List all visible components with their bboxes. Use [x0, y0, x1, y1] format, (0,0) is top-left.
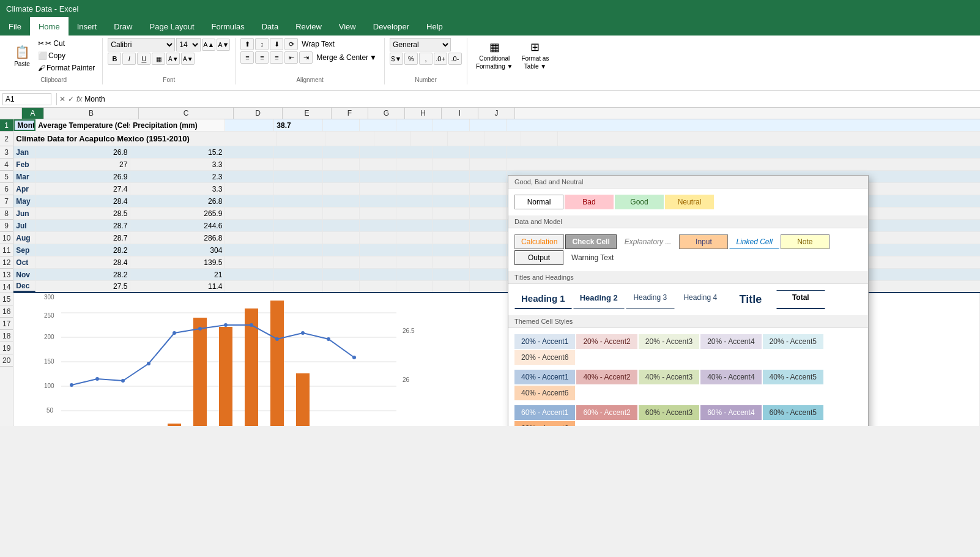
tab-draw[interactable]: Draw — [105, 17, 141, 36]
cell-c8[interactable]: 265.9 — [130, 207, 225, 219]
cell-e13[interactable] — [274, 269, 323, 280]
accent2-60-style[interactable]: 60% - Accent2 — [576, 405, 637, 420]
cell-a10[interactable]: Aug — [13, 232, 35, 244]
cell-h3[interactable] — [396, 146, 433, 158]
number-format-select[interactable]: General — [390, 38, 451, 51]
cell-b6[interactable]: 27.4 — [35, 183, 130, 195]
increase-font-button[interactable]: A▲ — [202, 39, 215, 51]
cell-f9[interactable] — [323, 220, 360, 231]
conditional-formatting-button[interactable]: ▦ Conditional Formatting ▼ — [472, 38, 516, 72]
cell-e1[interactable]: 38.7 — [274, 119, 323, 131]
cell-d3[interactable] — [225, 146, 274, 158]
cell-c14[interactable]: 11.4 — [130, 281, 225, 292]
cell-g6[interactable] — [360, 183, 396, 195]
cell-a4[interactable]: Feb — [13, 159, 35, 170]
cell-i1[interactable] — [433, 119, 470, 131]
col-header-g[interactable]: G — [368, 108, 405, 119]
cell-h8[interactable] — [396, 207, 433, 219]
cell-d5[interactable] — [225, 171, 274, 182]
accent1-20-style[interactable]: 20% - Accent1 — [514, 334, 575, 349]
cell-h10[interactable] — [396, 232, 433, 244]
cell-f7[interactable] — [323, 195, 360, 207]
cell-b1[interactable]: Average Temperature (Celsius) — [35, 119, 130, 131]
explanatory-style[interactable]: Explanatory ... — [618, 234, 678, 249]
cell-d9[interactable] — [225, 220, 274, 231]
accent3-60-style[interactable]: 60% - Accent3 — [639, 405, 699, 420]
cancel-formula-icon[interactable]: ✕ — [59, 95, 65, 103]
cell-g9[interactable] — [360, 220, 396, 231]
cell-h1[interactable] — [396, 119, 433, 131]
cell-e2[interactable] — [325, 132, 374, 146]
cell-j6[interactable] — [470, 183, 507, 195]
heading1-style[interactable]: Heading 1 — [514, 290, 572, 309]
cell-g11[interactable] — [360, 244, 396, 256]
insert-function-icon[interactable]: fx — [76, 95, 82, 103]
cell-e5[interactable] — [274, 171, 323, 182]
cell-c3[interactable]: 15.2 — [130, 146, 225, 158]
row-header-9[interactable]: 9 — [0, 220, 13, 232]
linked-cell-style[interactable]: Linked Cell — [729, 234, 779, 249]
comma-button[interactable]: , — [419, 53, 432, 65]
cell-i9[interactable] — [433, 220, 470, 231]
cell-d7[interactable] — [225, 195, 274, 207]
cell-d6[interactable] — [225, 183, 274, 195]
copy-button[interactable]: ⬜ Copy — [35, 50, 97, 61]
cell-d13[interactable] — [225, 269, 274, 280]
accent2-20-style[interactable]: 20% - Accent2 — [576, 334, 637, 349]
row-header-10[interactable]: 10 — [0, 232, 13, 244]
cell-g10[interactable] — [360, 232, 396, 244]
cell-a3[interactable]: Jan — [13, 146, 35, 158]
col-header-i[interactable]: I — [442, 108, 478, 119]
cell-d10[interactable] — [225, 232, 274, 244]
cell-j5[interactable] — [470, 171, 507, 182]
row-header-11[interactable]: 11 — [0, 244, 13, 256]
heading3-style[interactable]: Heading 3 — [626, 290, 675, 309]
row-header-14[interactable]: 14 — [0, 281, 13, 293]
accent4-20-style[interactable]: 20% - Accent4 — [700, 334, 761, 349]
tab-file[interactable]: File — [0, 17, 30, 36]
cell-i13[interactable] — [433, 269, 470, 280]
accent1-40-style[interactable]: 40% - Accent1 — [514, 370, 575, 384]
align-middle-button[interactable]: ↕ — [255, 38, 269, 50]
cell-i4[interactable] — [433, 159, 470, 170]
bad-style[interactable]: Bad — [565, 195, 614, 209]
cell-d8[interactable] — [225, 207, 274, 219]
cell-h6[interactable] — [396, 183, 433, 195]
cell-g7[interactable] — [360, 195, 396, 207]
formula-input[interactable] — [84, 95, 978, 103]
row-header-3[interactable]: 3 — [0, 146, 13, 159]
cell-i11[interactable] — [433, 244, 470, 256]
row-header-16[interactable]: 16 — [0, 305, 13, 318]
tab-review[interactable]: Review — [287, 17, 330, 36]
cell-j13[interactable] — [470, 269, 507, 280]
accent6-40-style[interactable]: 40% - Accent6 — [514, 386, 575, 400]
cell-f6[interactable] — [323, 183, 360, 195]
cell-h2[interactable] — [448, 132, 484, 146]
tab-home[interactable]: Home — [30, 17, 69, 36]
cell-e10[interactable] — [274, 232, 323, 244]
cell-a9[interactable]: Jul — [13, 220, 35, 231]
cell-e3[interactable] — [274, 146, 323, 158]
cell-g2[interactable] — [411, 132, 448, 146]
underline-button[interactable]: U — [137, 53, 150, 65]
border-button[interactable]: ▦ — [152, 53, 165, 65]
decrease-indent-button[interactable]: ⇤ — [284, 51, 298, 64]
cell-c6[interactable]: 3.3 — [130, 183, 225, 195]
cell-i3[interactable] — [433, 146, 470, 158]
cell-d11[interactable] — [225, 244, 274, 256]
row-header-1[interactable]: 1 — [0, 119, 13, 132]
cell-j2[interactable] — [521, 132, 558, 146]
cell-b10[interactable]: 28.7 — [35, 232, 130, 244]
tab-data[interactable]: Data — [253, 17, 287, 36]
row-header-20[interactable]: 20 — [0, 354, 13, 367]
row-header-2[interactable]: 2 — [0, 132, 13, 146]
cell-b7[interactable]: 28.4 — [35, 195, 130, 207]
cell-c1[interactable]: Precipitation (mm) — [130, 119, 225, 131]
row-header-5[interactable]: 5 — [0, 171, 13, 183]
accent1-60-style[interactable]: 60% - Accent1 — [514, 405, 575, 420]
col-header-d[interactable]: D — [234, 108, 283, 119]
calculation-style[interactable]: Calculation — [514, 234, 564, 249]
row-header-18[interactable]: 18 — [0, 330, 13, 342]
cell-e6[interactable] — [274, 183, 323, 195]
cell-d14[interactable] — [225, 281, 274, 292]
